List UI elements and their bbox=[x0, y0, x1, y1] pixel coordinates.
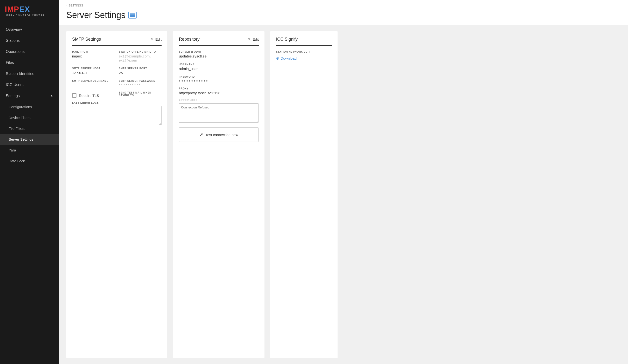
breadcrumb: › SETTINGS bbox=[59, 0, 628, 9]
smtp-card-title: SMTP Settings bbox=[72, 37, 101, 42]
content-area: SMTP Settings ✎ Edit MAIL FROM impex STA… bbox=[59, 25, 628, 364]
send-test-mail-label: SEND TEST MAIL WHEN SAVING TO: bbox=[119, 91, 161, 97]
repo-password-value: ●●●●●●●●●●●● bbox=[179, 79, 259, 82]
logo: IMPEX IMPEX CONTROL CENTER bbox=[0, 0, 59, 19]
sidebar: IMPEX IMPEX CONTROL CENTER Overview Stat… bbox=[0, 0, 59, 364]
require-tls-row[interactable]: Require TLS bbox=[72, 93, 115, 98]
logo-text: IMPEX bbox=[5, 5, 54, 14]
smtp-error-logs-label: LAST ERROR LOGS bbox=[72, 101, 161, 104]
breadcrumb-chevron-icon: › bbox=[66, 4, 67, 7]
proxy-value: http://proxy.sysctl.se:3128 bbox=[179, 91, 259, 95]
repo-card-title: Repository bbox=[179, 37, 200, 42]
smtp-password-value: ************ bbox=[119, 83, 161, 86]
edit-icon: ✎ bbox=[151, 37, 154, 42]
sidebar-item-stations[interactable]: Stations bbox=[0, 35, 59, 46]
smtp-form-grid: MAIL FROM impex STATION OFFLINE MAIL TO … bbox=[72, 51, 161, 98]
station-offline-value: ex1@example.com, ex2@exam bbox=[119, 54, 161, 62]
main-content: › SETTINGS Server Settings SMTP Settings… bbox=[59, 0, 628, 364]
sidebar-item-data-lock[interactable]: Data Lock bbox=[0, 155, 59, 166]
mail-from-value: impex bbox=[72, 54, 115, 58]
smtp-error-logs-textarea[interactable] bbox=[72, 106, 161, 125]
require-tls-field: Require TLS bbox=[72, 91, 115, 98]
repo-card-header: Repository ✎ Edit bbox=[179, 37, 259, 46]
sidebar-item-server-settings[interactable]: Server Settings bbox=[0, 134, 59, 145]
svg-rect-3 bbox=[130, 16, 135, 17]
smtp-card-header: SMTP Settings ✎ Edit bbox=[72, 37, 161, 46]
repo-edit-button[interactable]: ✎ Edit bbox=[248, 37, 259, 42]
station-offline-label: STATION OFFLINE MAIL TO bbox=[119, 51, 161, 53]
sidebar-item-device-filters[interactable]: Device Filters bbox=[0, 112, 59, 123]
smtp-port-label: SMTP SERVER PORT bbox=[119, 67, 161, 70]
repo-username-label: USERNAME bbox=[179, 63, 259, 66]
sidebar-nav: Overview Stations Operations Files Stati… bbox=[0, 24, 59, 364]
smtp-host-field: SMTP SERVER HOST 127.0.0.1 bbox=[72, 67, 115, 75]
icc-card-title: ICC Signify bbox=[276, 37, 298, 42]
mail-from-label: MAIL FROM bbox=[72, 51, 115, 53]
repo-username-value: admin_user bbox=[179, 67, 259, 71]
icc-card-header: ICC Signify bbox=[276, 37, 332, 46]
chevron-up-icon: ∧ bbox=[51, 94, 53, 98]
station-network-edit-field: STATION NETWORK EDIT ⊕ Download bbox=[276, 51, 332, 61]
svg-rect-2 bbox=[130, 15, 135, 16]
test-connection-button[interactable]: ⤢ Test connection now bbox=[179, 127, 259, 142]
smtp-username-field: SMTP SERVER USERNAME bbox=[72, 79, 115, 86]
sidebar-item-operations[interactable]: Operations bbox=[0, 46, 59, 57]
page-title: Server Settings bbox=[66, 10, 126, 20]
sidebar-item-overview[interactable]: Overview bbox=[0, 24, 59, 35]
download-icon: ⊕ bbox=[276, 56, 279, 61]
download-link[interactable]: ⊕ Download bbox=[276, 56, 332, 61]
smtp-password-field: SMTP SERVER PASSWORD ************ bbox=[119, 79, 161, 86]
smtp-host-value: 127.0.0.1 bbox=[72, 71, 115, 75]
repository-card: Repository ✎ Edit SERVER (FQDN) updates.… bbox=[173, 31, 264, 358]
sidebar-item-yara[interactable]: Yara bbox=[0, 145, 59, 155]
page-header: Server Settings bbox=[59, 9, 628, 25]
server-fqdn-field: SERVER (FQDN) updates.sysctl.se bbox=[179, 51, 259, 58]
breadcrumb-text: SETTINGS bbox=[69, 4, 83, 7]
repo-password-label: PASSWORD bbox=[179, 75, 259, 78]
mail-from-field: MAIL FROM impex bbox=[72, 51, 115, 62]
proxy-label: PROXY bbox=[179, 87, 259, 90]
station-offline-field: STATION OFFLINE MAIL TO ex1@example.com,… bbox=[119, 51, 161, 62]
repo-password-field: PASSWORD ●●●●●●●●●●●● bbox=[179, 75, 259, 82]
sidebar-item-station-identities[interactable]: Station Identities bbox=[0, 68, 59, 79]
smtp-password-label: SMTP SERVER PASSWORD bbox=[119, 79, 161, 82]
sidebar-item-file-filters[interactable]: File Filters bbox=[0, 123, 59, 134]
list-icon bbox=[128, 12, 137, 18]
repo-error-logs-textarea[interactable]: Connection Refused bbox=[179, 103, 259, 123]
smtp-port-field: SMTP SERVER PORT 25 bbox=[119, 67, 161, 75]
smtp-edit-button[interactable]: ✎ Edit bbox=[151, 37, 161, 42]
server-fqdn-label: SERVER (FQDN) bbox=[179, 51, 259, 53]
repo-form-grid: SERVER (FQDN) updates.sysctl.se USERNAME… bbox=[179, 51, 259, 95]
proxy-field: PROXY http://proxy.sysctl.se:3128 bbox=[179, 87, 259, 95]
send-test-mail-field: SEND TEST MAIL WHEN SAVING TO: bbox=[119, 91, 161, 98]
smtp-host-label: SMTP SERVER HOST bbox=[72, 67, 115, 70]
smtp-port-value: 25 bbox=[119, 71, 161, 75]
sidebar-item-configurations[interactable]: Configurations bbox=[0, 101, 59, 112]
edit-icon: ✎ bbox=[248, 37, 251, 42]
smtp-settings-card: SMTP Settings ✎ Edit MAIL FROM impex STA… bbox=[66, 31, 167, 358]
require-tls-label: Require TLS bbox=[79, 93, 99, 98]
require-tls-checkbox[interactable] bbox=[72, 93, 77, 98]
repo-username-field: USERNAME admin_user bbox=[179, 63, 259, 71]
logo-subtitle: IMPEX CONTROL CENTER bbox=[5, 14, 54, 17]
repo-error-logs-label: ERROR LOGS bbox=[179, 99, 259, 101]
smtp-username-label: SMTP SERVER USERNAME bbox=[72, 79, 115, 82]
station-network-edit-label: STATION NETWORK EDIT bbox=[276, 51, 332, 53]
icc-signify-card: ICC Signify STATION NETWORK EDIT ⊕ Downl… bbox=[270, 31, 338, 358]
svg-rect-0 bbox=[130, 13, 135, 14]
sidebar-item-settings[interactable]: Settings ∧ bbox=[0, 90, 59, 101]
test-connection-icon: ⤢ bbox=[200, 132, 203, 137]
sidebar-item-files[interactable]: Files bbox=[0, 57, 59, 68]
sidebar-item-icc-users[interactable]: ICC Users bbox=[0, 79, 59, 90]
server-fqdn-value: updates.sysctl.se bbox=[179, 54, 259, 58]
svg-rect-1 bbox=[130, 14, 135, 15]
